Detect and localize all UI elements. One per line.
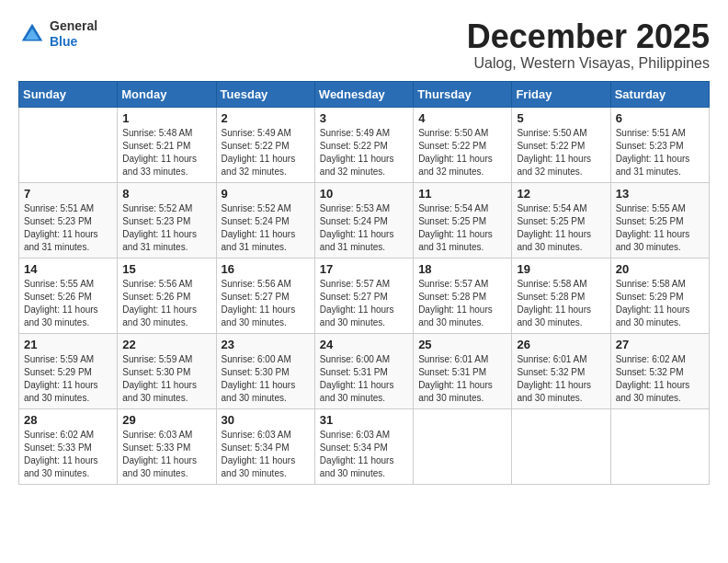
day-number: 19 — [517, 262, 605, 276]
calendar-cell: 4Sunrise: 5:50 AMSunset: 5:22 PMDaylight… — [414, 107, 512, 182]
calendar-cell: 8Sunrise: 5:52 AMSunset: 5:23 PMDaylight… — [118, 182, 216, 258]
calendar-cell: 3Sunrise: 5:49 AMSunset: 5:22 PMDaylight… — [314, 107, 413, 182]
calendar-cell: 22Sunrise: 5:59 AMSunset: 5:30 PMDayligh… — [118, 333, 216, 408]
day-info: Sunrise: 6:01 AMSunset: 5:31 PMDaylight:… — [418, 353, 506, 405]
day-info: Sunrise: 5:48 AMSunset: 5:21 PMDaylight:… — [122, 127, 210, 178]
day-info: Sunrise: 5:51 AMSunset: 5:23 PMDaylight:… — [616, 127, 704, 178]
day-info: Sunrise: 5:56 AMSunset: 5:27 PMDaylight:… — [222, 278, 310, 329]
location-title: Ualog, Western Visayas, Philippines — [467, 55, 710, 72]
day-info: Sunrise: 5:55 AMSunset: 5:26 PMDaylight:… — [24, 278, 112, 329]
day-info: Sunrise: 5:53 AMSunset: 5:24 PMDaylight:… — [320, 202, 408, 254]
calendar-cell: 16Sunrise: 5:56 AMSunset: 5:27 PMDayligh… — [216, 258, 314, 333]
day-info: Sunrise: 6:02 AMSunset: 5:32 PMDaylight:… — [616, 353, 704, 405]
day-info: Sunrise: 6:01 AMSunset: 5:32 PMDaylight:… — [517, 353, 605, 405]
day-number: 12 — [517, 187, 605, 201]
calendar-week-row: 7Sunrise: 5:51 AMSunset: 5:23 PMDaylight… — [19, 182, 710, 258]
day-number: 2 — [222, 111, 310, 125]
calendar-cell: 29Sunrise: 6:03 AMSunset: 5:33 PMDayligh… — [118, 408, 216, 484]
day-info: Sunrise: 5:52 AMSunset: 5:24 PMDaylight:… — [222, 202, 310, 254]
day-info: Sunrise: 5:49 AMSunset: 5:22 PMDaylight:… — [222, 127, 310, 178]
day-number: 3 — [320, 111, 408, 125]
day-info: Sunrise: 5:55 AMSunset: 5:25 PMDaylight:… — [616, 202, 704, 254]
day-info: Sunrise: 5:59 AMSunset: 5:30 PMDaylight:… — [122, 353, 210, 405]
weekday-header: Friday — [512, 81, 610, 107]
calendar-cell: 6Sunrise: 5:51 AMSunset: 5:23 PMDaylight… — [610, 107, 709, 182]
calendar-cell: 1Sunrise: 5:48 AMSunset: 5:21 PMDaylight… — [118, 107, 216, 182]
day-number: 27 — [616, 338, 704, 351]
day-number: 30 — [222, 413, 310, 427]
title-block: December 2025 Ualog, Western Visayas, Ph… — [467, 18, 710, 72]
day-number: 9 — [222, 187, 310, 201]
calendar-cell: 23Sunrise: 6:00 AMSunset: 5:30 PMDayligh… — [216, 333, 314, 408]
weekday-header: Monday — [118, 81, 216, 107]
calendar-cell: 18Sunrise: 5:57 AMSunset: 5:28 PMDayligh… — [414, 258, 512, 333]
month-title: December 2025 — [467, 18, 710, 55]
day-info: Sunrise: 5:56 AMSunset: 5:26 PMDaylight:… — [122, 278, 210, 329]
day-number: 24 — [320, 338, 408, 351]
calendar-cell — [19, 107, 118, 182]
day-number: 23 — [222, 338, 310, 351]
day-number: 20 — [616, 262, 704, 276]
calendar-cell — [610, 408, 709, 484]
day-number: 22 — [122, 338, 210, 351]
weekday-header: Tuesday — [216, 81, 314, 107]
weekday-header: Sunday — [19, 81, 118, 107]
day-number: 7 — [24, 187, 112, 201]
calendar-week-row: 21Sunrise: 5:59 AMSunset: 5:29 PMDayligh… — [19, 333, 710, 408]
day-info: Sunrise: 6:00 AMSunset: 5:31 PMDaylight:… — [320, 353, 408, 405]
day-number: 18 — [418, 262, 506, 276]
day-info: Sunrise: 6:03 AMSunset: 5:34 PMDaylight:… — [320, 429, 408, 480]
day-info: Sunrise: 5:49 AMSunset: 5:22 PMDaylight:… — [320, 127, 408, 178]
day-number: 26 — [517, 338, 605, 351]
calendar-cell: 25Sunrise: 6:01 AMSunset: 5:31 PMDayligh… — [414, 333, 512, 408]
calendar-cell: 9Sunrise: 5:52 AMSunset: 5:24 PMDaylight… — [216, 182, 314, 258]
day-info: Sunrise: 6:00 AMSunset: 5:30 PMDaylight:… — [222, 353, 310, 405]
day-number: 11 — [418, 187, 506, 201]
logo: General Blue — [18, 18, 97, 50]
calendar-week-row: 14Sunrise: 5:55 AMSunset: 5:26 PMDayligh… — [19, 258, 710, 333]
calendar-week-row: 28Sunrise: 6:02 AMSunset: 5:33 PMDayligh… — [19, 408, 710, 484]
day-info: Sunrise: 5:50 AMSunset: 5:22 PMDaylight:… — [517, 127, 605, 178]
day-number: 15 — [122, 262, 210, 276]
calendar-cell: 24Sunrise: 6:00 AMSunset: 5:31 PMDayligh… — [314, 333, 413, 408]
day-number: 8 — [122, 187, 210, 201]
day-info: Sunrise: 5:58 AMSunset: 5:29 PMDaylight:… — [616, 278, 704, 329]
logo-text: General Blue — [50, 18, 97, 50]
day-number: 31 — [320, 413, 408, 427]
day-number: 28 — [24, 413, 112, 427]
day-info: Sunrise: 6:03 AMSunset: 5:34 PMDaylight:… — [222, 429, 310, 480]
day-number: 6 — [616, 111, 704, 125]
calendar-cell: 17Sunrise: 5:57 AMSunset: 5:27 PMDayligh… — [314, 258, 413, 333]
day-number: 29 — [122, 413, 210, 427]
calendar-cell: 12Sunrise: 5:54 AMSunset: 5:25 PMDayligh… — [512, 182, 610, 258]
day-info: Sunrise: 5:57 AMSunset: 5:27 PMDaylight:… — [320, 278, 408, 329]
weekday-header: Wednesday — [314, 81, 413, 107]
day-number: 14 — [24, 262, 112, 276]
calendar-cell: 10Sunrise: 5:53 AMSunset: 5:24 PMDayligh… — [314, 182, 413, 258]
calendar-cell: 5Sunrise: 5:50 AMSunset: 5:22 PMDaylight… — [512, 107, 610, 182]
calendar-cell: 11Sunrise: 5:54 AMSunset: 5:25 PMDayligh… — [414, 182, 512, 258]
weekday-header: Thursday — [414, 81, 512, 107]
logo-general: General — [50, 18, 97, 33]
calendar-cell: 30Sunrise: 6:03 AMSunset: 5:34 PMDayligh… — [216, 408, 314, 484]
day-number: 16 — [222, 262, 310, 276]
calendar-cell: 7Sunrise: 5:51 AMSunset: 5:23 PMDaylight… — [19, 182, 118, 258]
day-info: Sunrise: 5:59 AMSunset: 5:29 PMDaylight:… — [24, 353, 112, 405]
calendar-cell: 15Sunrise: 5:56 AMSunset: 5:26 PMDayligh… — [118, 258, 216, 333]
weekday-header: Saturday — [610, 81, 709, 107]
page-header: General Blue December 2025 Ualog, Wester… — [18, 18, 710, 72]
calendar-cell: 21Sunrise: 5:59 AMSunset: 5:29 PMDayligh… — [19, 333, 118, 408]
day-info: Sunrise: 5:58 AMSunset: 5:28 PMDaylight:… — [517, 278, 605, 329]
day-number: 1 — [122, 111, 210, 125]
calendar-cell: 2Sunrise: 5:49 AMSunset: 5:22 PMDaylight… — [216, 107, 314, 182]
day-info: Sunrise: 6:03 AMSunset: 5:33 PMDaylight:… — [122, 429, 210, 480]
day-info: Sunrise: 5:51 AMSunset: 5:23 PMDaylight:… — [24, 202, 112, 254]
calendar-cell: 31Sunrise: 6:03 AMSunset: 5:34 PMDayligh… — [314, 408, 413, 484]
day-number: 17 — [320, 262, 408, 276]
weekday-header-row: SundayMondayTuesdayWednesdayThursdayFrid… — [19, 81, 710, 107]
day-info: Sunrise: 6:02 AMSunset: 5:33 PMDaylight:… — [24, 429, 112, 480]
calendar-week-row: 1Sunrise: 5:48 AMSunset: 5:21 PMDaylight… — [19, 107, 710, 182]
day-info: Sunrise: 5:52 AMSunset: 5:23 PMDaylight:… — [122, 202, 210, 254]
calendar-cell: 27Sunrise: 6:02 AMSunset: 5:32 PMDayligh… — [610, 333, 709, 408]
logo-blue: Blue — [50, 34, 77, 49]
